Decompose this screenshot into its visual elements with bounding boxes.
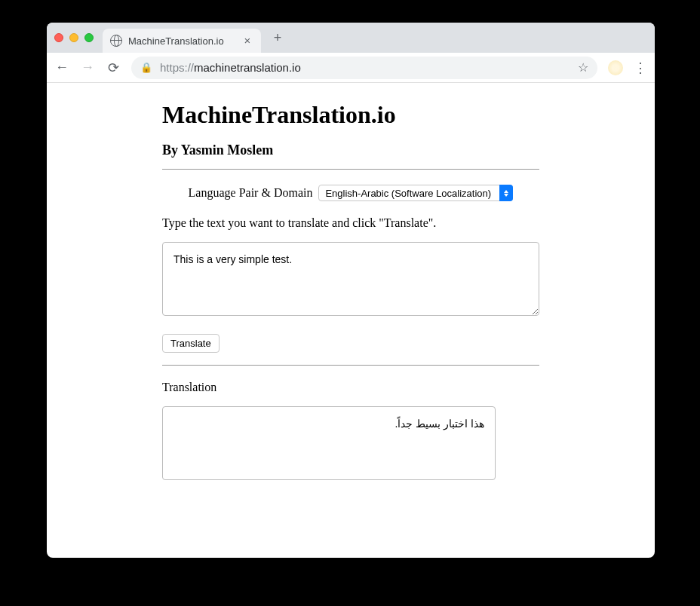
reload-button[interactable]: ⟳	[106, 60, 121, 76]
close-tab-icon[interactable]: ×	[241, 35, 253, 47]
language-row: Language Pair & Domain English-Arabic (S…	[162, 185, 539, 201]
page-byline: By Yasmin Moslem	[162, 142, 539, 158]
output-label: Translation	[162, 381, 539, 394]
translation-text: هذا اختبار بسيط جداً.	[395, 418, 484, 430]
globe-icon	[110, 35, 122, 47]
minimize-window-icon[interactable]	[69, 33, 78, 42]
page-title: MachineTranslation.io	[162, 101, 539, 129]
tab-title: MachineTranslation.io	[128, 35, 235, 47]
lock-icon: 🔒	[140, 62, 152, 73]
window-controls	[54, 33, 94, 42]
new-tab-button[interactable]: +	[267, 27, 288, 48]
language-select[interactable]: English-Arabic (Software Localization)	[318, 185, 513, 201]
extension-icon[interactable]	[608, 60, 623, 75]
url-text: https://machinetranslation.io	[160, 61, 570, 74]
language-select-wrap: English-Arabic (Software Localization)	[318, 185, 513, 201]
bookmark-star-icon[interactable]: ☆	[578, 60, 588, 75]
page-content: MachineTranslation.io By Yasmin Moslem L…	[47, 83, 655, 558]
translate-button[interactable]: Translate	[162, 334, 220, 353]
translation-output: هذا اختبار بسيط جداً.	[162, 406, 496, 480]
back-button[interactable]: ←	[54, 60, 69, 75]
browser-tab[interactable]: MachineTranslation.io ×	[103, 29, 261, 53]
page: MachineTranslation.io By Yasmin Moslem L…	[162, 101, 539, 480]
forward-button[interactable]: →	[80, 60, 95, 75]
source-text-input[interactable]	[162, 242, 539, 316]
maximize-window-icon[interactable]	[84, 33, 94, 42]
divider	[162, 169, 539, 170]
language-label: Language Pair & Domain	[189, 186, 313, 199]
menu-icon[interactable]: ⋮	[634, 60, 647, 76]
divider	[162, 365, 539, 366]
browser-toolbar: ← → ⟳ 🔒 https://machinetranslation.io ☆ …	[47, 53, 655, 83]
instruction-text: Type the text you want to translate and …	[162, 216, 539, 230]
browser-window: MachineTranslation.io × + ← → ⟳ 🔒 https:…	[47, 23, 655, 558]
tab-strip: MachineTranslation.io × +	[47, 23, 655, 53]
address-bar[interactable]: 🔒 https://machinetranslation.io ☆	[131, 57, 597, 79]
close-window-icon[interactable]	[54, 33, 63, 42]
